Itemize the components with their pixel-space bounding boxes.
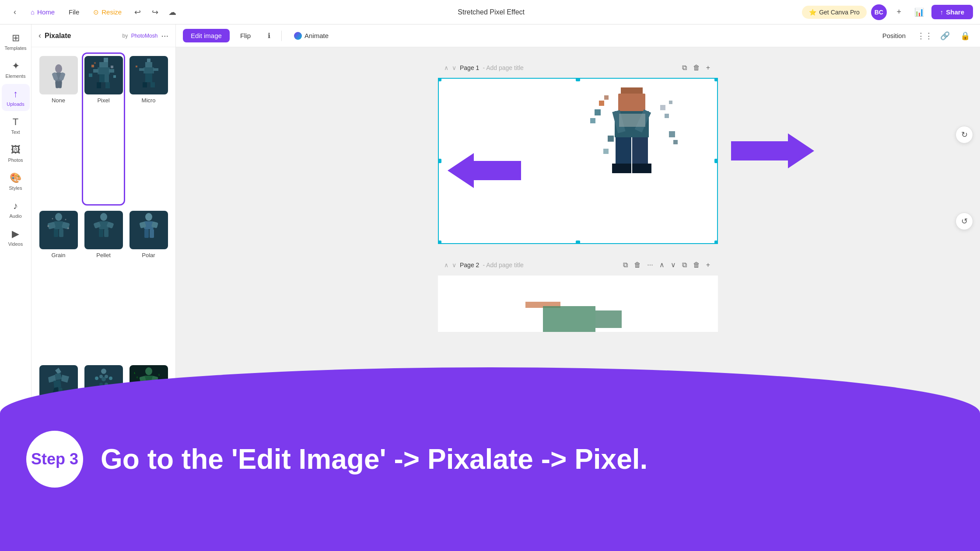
svg-rect-98 — [669, 131, 675, 137]
filter-grain[interactable]: Grain — [37, 207, 80, 360]
svg-rect-96 — [619, 114, 645, 127]
position-button[interactable]: Position — [875, 29, 913, 42]
resize-handle-tr[interactable] — [714, 78, 718, 81]
sidebar-item-uploads[interactable]: ↑ Uploads — [2, 84, 30, 111]
sidebar-item-styles[interactable]: 🎨 Styles — [2, 168, 30, 195]
page-2-up-button[interactable]: ∧ — [658, 259, 666, 271]
sidebar-item-audio[interactable]: ♪ Audio — [2, 196, 30, 223]
svg-rect-81 — [618, 94, 645, 111]
toolbar-divider — [281, 31, 282, 41]
page-1-delete-button[interactable]: 🗑 — [691, 62, 702, 73]
resize-button[interactable]: ⊙ Resize — [87, 6, 128, 19]
svg-marker-55 — [53, 380, 61, 388]
add-page-button[interactable]: + — [891, 4, 907, 20]
link-icon-button[interactable]: 🔗 — [937, 28, 953, 44]
filter-none[interactable]: None — [37, 52, 80, 206]
svg-rect-89 — [599, 101, 604, 106]
page-1-section: ∧ ∨ Page 1 - Add page title ⧉ 🗑 + — [438, 58, 718, 244]
styles-icon: 🎨 — [10, 172, 21, 184]
svg-rect-26 — [143, 82, 147, 87]
page-2-figure-svg — [438, 276, 718, 332]
panel-title: Pixalate — [45, 32, 119, 40]
filter-micro[interactable]: Micro — [127, 52, 170, 206]
sidebar-item-photos[interactable]: 🖼 Photos — [2, 140, 30, 167]
svg-rect-99 — [673, 140, 678, 144]
share-button[interactable]: ↑ Share — [931, 5, 973, 19]
svg-rect-91 — [595, 109, 601, 115]
sidebar-item-elements[interactable]: ✦ Elements — [2, 56, 30, 83]
pattern-icon-button[interactable]: ⋮⋮ — [917, 28, 933, 44]
panel-back-button[interactable]: ‹ — [38, 31, 41, 40]
refresh-button[interactable]: ↻ — [956, 126, 973, 143]
svg-rect-90 — [604, 95, 609, 100]
panel-more-button[interactable]: ··· — [161, 31, 168, 41]
resize-handle-bl[interactable] — [438, 241, 441, 244]
page-1-add-title[interactable]: - Add page title — [483, 64, 523, 71]
page-1-duplicate-button[interactable]: ⧉ — [680, 62, 689, 73]
lock-icon-button[interactable]: 🔒 — [957, 28, 973, 44]
file-button[interactable]: File — [63, 6, 85, 18]
step-number: Step 3 — [31, 450, 78, 468]
nav-buttons: ‹ ⌂ Home File ⊙ Resize ↩ ↪ ☁ — [7, 4, 180, 20]
svg-rect-49 — [144, 229, 149, 238]
grain-figure-svg — [39, 211, 78, 249]
resize-handle-l[interactable] — [438, 159, 441, 163]
uploads-label: Uploads — [7, 101, 24, 107]
filter-pellet[interactable]: Pellet — [82, 207, 125, 360]
resize-handle-r[interactable] — [714, 159, 718, 163]
resize-handle-b[interactable] — [576, 241, 580, 244]
animate-button[interactable]: Animate — [286, 29, 336, 43]
page-2-down-button[interactable]: ∨ — [669, 259, 678, 271]
filter-polar[interactable]: Polar — [127, 207, 170, 360]
animate-icon — [294, 32, 302, 40]
rotate-button[interactable]: ↺ — [956, 213, 973, 230]
page-2-add-title[interactable]: - Add page title — [483, 262, 523, 269]
edit-image-button[interactable]: Edit image — [183, 29, 230, 42]
home-button[interactable]: ⌂ Home — [24, 6, 61, 18]
svg-rect-93 — [660, 105, 665, 110]
analytics-button[interactable]: 📊 — [911, 4, 927, 20]
page-1-label: Page 1 — [460, 64, 479, 71]
avatar[interactable]: BC — [871, 4, 887, 20]
step-circle: Step 3 — [26, 431, 83, 488]
animate-label: Animate — [304, 32, 329, 39]
svg-rect-21 — [145, 62, 152, 67]
filter-pixel[interactable]: Pixel — [82, 52, 125, 206]
resize-label: Resize — [102, 8, 122, 16]
info-button[interactable]: ℹ — [261, 28, 277, 44]
svg-rect-20 — [147, 59, 150, 62]
sidebar-item-templates[interactable]: ⊞ Templates — [2, 28, 30, 55]
svg-point-37 — [52, 218, 53, 219]
svg-rect-8 — [98, 67, 110, 74]
page-2-delete-button[interactable]: 🗑 — [632, 259, 643, 271]
videos-label: Videos — [8, 241, 23, 247]
svg-rect-17 — [111, 66, 113, 68]
undo-button[interactable]: ↩ — [130, 4, 145, 20]
page-2-more-button[interactable]: ··· — [645, 259, 654, 271]
resize-handle-br[interactable] — [714, 241, 718, 244]
page-2-trash-button[interactable]: 🗑 — [691, 259, 702, 271]
sidebar-item-text[interactable]: T Text — [2, 112, 30, 139]
page-1-add-button[interactable]: + — [704, 62, 712, 73]
step-instruction: Go to the 'Edit Image' -> Pixalate -> Pi… — [101, 444, 648, 474]
resize-handle-tl[interactable] — [438, 78, 441, 81]
audio-icon: ♪ — [13, 200, 18, 212]
page-2-duplicate-button[interactable]: ⧉ — [680, 259, 689, 271]
svg-point-0 — [55, 64, 62, 73]
redo-button[interactable]: ↪ — [147, 4, 163, 20]
page-2-copy-button[interactable]: ⧉ — [621, 259, 630, 271]
svg-point-63 — [109, 377, 112, 380]
svg-rect-43 — [99, 229, 103, 237]
svg-text:1: 1 — [158, 373, 160, 376]
document-title: Stretched Pixel Effect — [184, 8, 798, 16]
page-2-add-button[interactable]: + — [704, 259, 712, 271]
cloud-save-button[interactable]: ☁ — [164, 4, 180, 20]
filter-none-thumb — [39, 56, 78, 94]
author-link[interactable]: PhotoMosh — [131, 33, 158, 39]
sidebar-item-videos[interactable]: ▶ Videos — [2, 224, 30, 251]
flip-button[interactable]: Flip — [232, 29, 259, 42]
svg-rect-86 — [632, 137, 648, 164]
back-button[interactable]: ‹ — [7, 4, 23, 20]
canva-pro-button[interactable]: ⭐ Get Canva Pro — [802, 6, 867, 19]
resize-handle-t[interactable] — [576, 78, 580, 81]
